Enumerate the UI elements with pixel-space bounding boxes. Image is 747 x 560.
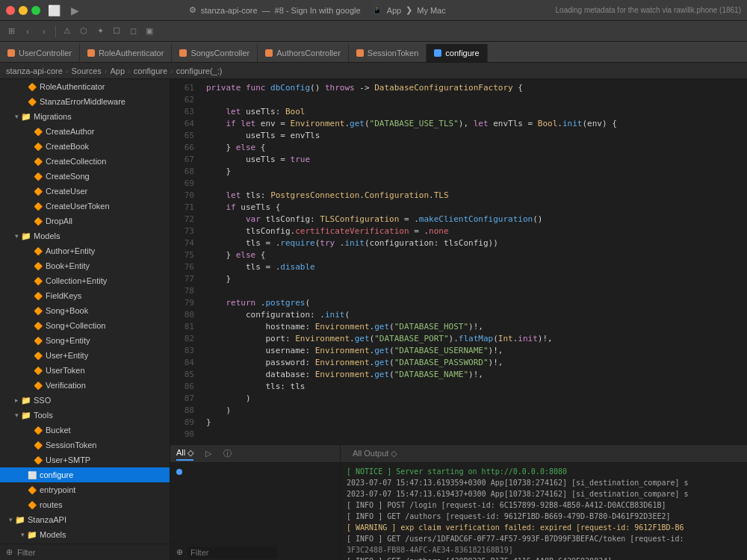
sidebar-item-label: StanzaErrorMiddleware: [40, 97, 125, 106]
toolbar-btn-4[interactable]: ✦: [93, 25, 107, 38]
file-icon: 🔶: [33, 290, 43, 301]
sidebar-toggle-icon[interactable]: ⬜: [48, 4, 61, 16]
tab-icon: [179, 49, 187, 57]
play-button[interactable]: ▶: [71, 4, 79, 16]
code-text[interactable]: private func dbConfig() throws -> Databa…: [200, 79, 747, 444]
sidebar-item-label: CreateCollection: [46, 157, 106, 166]
sidebar-item-create-collection[interactable]: 🔶 CreateCollection: [0, 154, 170, 169]
file-icon: 🔶: [33, 350, 43, 361]
file-icon: ⬜: [27, 470, 37, 480]
close-button[interactable]: [6, 6, 15, 15]
sidebar-item-user-smtp[interactable]: 🔶 User+SMTP: [0, 452, 170, 467]
sidebar-item-label: Bucket: [46, 426, 71, 435]
sidebar-item-drop-all[interactable]: 🔶 DropAll: [0, 214, 170, 228]
sidebar-item-migrations[interactable]: ▾ 📁 Migrations: [0, 109, 170, 124]
sidebar-filter-label: Filter: [17, 548, 35, 557]
bottom-tab-info[interactable]: ⓘ: [223, 447, 232, 461]
sidebar-item-label: Song+Book: [46, 306, 88, 315]
breadcrumb-item[interactable]: Sources: [72, 66, 102, 75]
sidebar-item-author-entity[interactable]: 🔶 Author+Entity: [0, 243, 170, 258]
bottom-tab-play[interactable]: ▷: [205, 447, 211, 460]
folder-icon: 📁: [21, 395, 31, 405]
sidebar-item-song-collection[interactable]: 🔶 Song+Collection: [0, 318, 170, 333]
file-icon: 🔶: [33, 261, 43, 271]
sidebar-item-create-book[interactable]: 🔶 CreateBook: [0, 139, 170, 154]
tab-user-controller[interactable]: UserController: [0, 44, 80, 62]
breadcrumb-item[interactable]: stanza-api-core: [6, 66, 63, 75]
device-separator: [365, 6, 368, 15]
breadcrumb-sep: ›: [105, 66, 108, 75]
toolbar-btn-6[interactable]: ◻: [126, 25, 140, 38]
sidebar-item-verification[interactable]: 🔶 Verification: [0, 378, 170, 393]
tab-songs-controller[interactable]: SongsController: [172, 44, 258, 62]
sidebar-item-models[interactable]: ▾ 📁 Models: [0, 228, 170, 243]
sidebar-file-tree: 🔶 RoleAuthenticator 🔶 StanzaErrorMiddlew…: [0, 79, 170, 544]
bottom-tab-all[interactable]: All ◇: [176, 447, 193, 461]
sidebar-item-create-author[interactable]: 🔶 CreateAuthor: [0, 124, 170, 139]
log-line: [ INFO ] GET /authors [430B8235-B175-411…: [347, 556, 741, 560]
sidebar-item-label: configure: [40, 470, 73, 479]
breadcrumb-item[interactable]: App: [111, 66, 125, 75]
sidebar-item-bucket[interactable]: 🔶 Bucket: [0, 423, 170, 438]
file-icon: 🔶: [33, 276, 43, 286]
toolbar-btn-1[interactable]: ⊞: [4, 25, 18, 38]
maximize-button[interactable]: [31, 6, 40, 15]
sidebar-item-label: Models: [34, 231, 60, 240]
sidebar-item-configure[interactable]: ⬜ configure: [0, 467, 170, 482]
sidebar-item-user-entity[interactable]: 🔶 User+Entity: [0, 348, 170, 363]
toolbar-btn-7[interactable]: ▣: [143, 25, 156, 38]
sidebar-item-routes[interactable]: 🔶 routes: [0, 497, 170, 512]
nav-forward-button[interactable]: ›: [37, 25, 51, 38]
sidebar-item-label: User+SMTP: [46, 455, 90, 464]
tab-label: UserController: [19, 49, 72, 57]
sidebar-item-session-token[interactable]: 🔶 SessionToken: [0, 438, 170, 452]
arrow-icon: [18, 485, 27, 494]
filter-input[interactable]: [187, 547, 277, 559]
file-icon: 🔶: [33, 335, 43, 346]
toolbar-btn-2[interactable]: ⚠: [61, 25, 74, 38]
file-icon: 🔶: [27, 500, 37, 510]
sidebar-item-create-user-token[interactable]: 🔶 CreateUserToken: [0, 199, 170, 214]
sidebar-item-label: Song+Collection: [46, 321, 105, 330]
sidebar-item-create-song[interactable]: 🔶 CreateSong: [0, 169, 170, 184]
breadcrumb-item[interactable]: configure: [134, 66, 167, 75]
arrow-icon: [24, 381, 33, 390]
minimize-button[interactable]: [19, 6, 28, 15]
sidebar-item-label: RoleAuthenticator: [40, 82, 105, 91]
sidebar-item-sso[interactable]: ▸ 📁 SSO: [0, 393, 170, 408]
sidebar-item-book-entity[interactable]: 🔶 Book+Entity: [0, 258, 170, 273]
code-content[interactable]: 61 62 63 64 65 66 67 68 69 70 71 72 73 7…: [170, 79, 747, 444]
file-icon: 🔶: [33, 171, 43, 181]
log-line: 3F3C2488-FB88-4AFC-AE34-836182168B19]: [347, 544, 741, 556]
folder-icon: 📁: [21, 231, 31, 241]
sidebar-item-song-book[interactable]: 🔶 Song+Book: [0, 303, 170, 318]
sidebar-item-label: Author+Entity: [46, 246, 95, 255]
sidebar-item-label: StanzaAPI: [28, 515, 66, 524]
sidebar-item-user-token[interactable]: 🔶 UserToken: [0, 363, 170, 378]
toolbar-btn-3[interactable]: ⬡: [77, 25, 90, 38]
breadcrumb-item[interactable]: configure(_:): [176, 66, 223, 75]
tab-label: AuthorsController: [276, 49, 341, 57]
toolbar-btn-5[interactable]: ☐: [110, 25, 123, 38]
tab-authors-controller[interactable]: AuthorsController: [258, 44, 349, 62]
sidebar-item-stanza-error-middleware[interactable]: 🔶 StanzaErrorMiddleware: [0, 94, 170, 109]
sidebar-item-label: CreateSong: [46, 172, 90, 181]
sidebar-item-song-entity[interactable]: 🔶 Song+Entity: [0, 333, 170, 348]
tab-role-authenticator[interactable]: RoleAuthenticator: [80, 44, 172, 62]
sidebar-item-models-stanza[interactable]: ▾ 📁 Models: [0, 527, 170, 542]
sidebar-item-role-authenticator[interactable]: 🔶 RoleAuthenticator: [0, 79, 170, 94]
arrow-icon: [24, 455, 33, 464]
sidebar-item-tools[interactable]: ▾ 📁 Tools: [0, 408, 170, 423]
sidebar-item-field-keys[interactable]: 🔶 FieldKeys: [0, 288, 170, 303]
breadcrumb-sep: ›: [128, 66, 131, 75]
file-icon: 🔶: [33, 141, 43, 152]
tab-icon: [7, 49, 15, 57]
sidebar-item-entrypoint[interactable]: 🔶 entrypoint: [0, 482, 170, 497]
nav-back-button[interactable]: ‹: [21, 25, 34, 38]
sidebar-item-collection-entity[interactable]: 🔶 Collection+Entity: [0, 273, 170, 288]
tab-configure[interactable]: configure: [427, 44, 487, 62]
arrow-icon: [24, 187, 33, 196]
sidebar-item-stanza-api[interactable]: ▾ 📁 StanzaAPI: [0, 512, 170, 527]
sidebar-item-create-user[interactable]: 🔶 CreateUser: [0, 184, 170, 199]
tab-session-token[interactable]: SessionToken: [349, 44, 427, 62]
